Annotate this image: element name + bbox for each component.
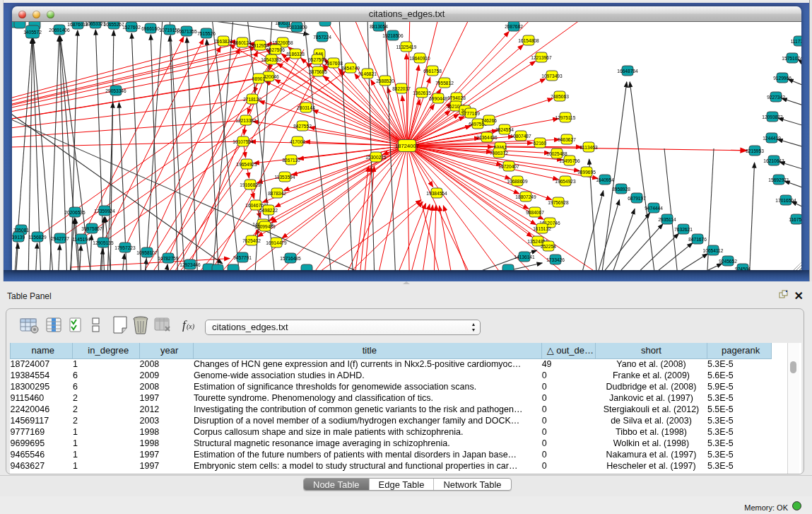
svg-text:8267110: 8267110 — [282, 158, 300, 163]
svg-text:18640910: 18640910 — [409, 56, 430, 61]
svg-text:1117744: 1117744 — [791, 39, 801, 44]
svg-text:12905135: 12905135 — [93, 240, 114, 245]
svg-text:8427552: 8427552 — [293, 124, 312, 129]
svg-text:10107554: 10107554 — [233, 139, 254, 144]
svg-text:16648784: 16648784 — [617, 69, 638, 74]
svg-text:18807249: 18807249 — [515, 194, 536, 199]
svg-text:3824554: 3824554 — [495, 127, 514, 132]
svg-text:7485063: 7485063 — [551, 94, 569, 99]
svg-text:9457791: 9457791 — [233, 255, 252, 260]
svg-text:12213382: 12213382 — [235, 118, 257, 123]
svg-text:1640954: 1640954 — [596, 177, 614, 182]
svg-text:9146821: 9146821 — [358, 71, 377, 76]
svg-text:8958928: 8958928 — [612, 187, 630, 192]
svg-text:9245652: 9245652 — [719, 259, 737, 264]
svg-text:19654923: 19654923 — [236, 162, 257, 167]
svg-text:16154808: 16154808 — [518, 38, 539, 43]
svg-text:6966160: 6966160 — [141, 26, 160, 31]
svg-text:15692971: 15692971 — [768, 177, 789, 182]
svg-text:19756928: 19756928 — [548, 200, 569, 205]
svg-text:10807487: 10807487 — [510, 134, 531, 139]
svg-text:10025488: 10025488 — [546, 151, 567, 156]
svg-text:(x): (x) — [187, 322, 195, 331]
svg-text:335081: 335081 — [13, 228, 29, 233]
svg-text:8813054: 8813054 — [370, 24, 388, 29]
svg-text:1145194: 1145194 — [72, 237, 90, 242]
svg-text:12923446: 12923446 — [180, 262, 201, 267]
svg-text:2588520: 2588520 — [376, 78, 394, 83]
svg-text:2718120: 2718120 — [243, 97, 261, 102]
svg-text:39139: 39139 — [12, 235, 25, 240]
svg-text:8113463: 8113463 — [579, 145, 598, 150]
svg-text:9129966: 9129966 — [773, 76, 792, 81]
svg-text:9777169: 9777169 — [461, 111, 480, 116]
svg-text:11353594: 11353594 — [275, 175, 295, 180]
svg-text:15720407: 15720407 — [498, 164, 519, 169]
svg-text:9884067: 9884067 — [526, 210, 544, 215]
svg-text:10973493: 10973493 — [541, 74, 563, 78]
svg-text:6961758: 6961758 — [423, 69, 442, 74]
svg-text:10655267: 10655267 — [103, 22, 124, 27]
svg-text:98901: 98901 — [252, 76, 266, 81]
svg-text:6990448: 6990448 — [429, 96, 447, 101]
svg-text:746266: 746266 — [481, 118, 497, 123]
svg-text:15226058: 15226058 — [272, 40, 293, 45]
svg-text:8186328: 8186328 — [286, 52, 305, 57]
svg-text:1244419: 1244419 — [763, 136, 781, 141]
svg-text:2935114: 2935114 — [658, 217, 676, 222]
svg-text:7663822: 7663822 — [214, 39, 233, 44]
svg-text:10654112: 10654112 — [703, 248, 724, 253]
svg-text:7625402: 7625402 — [242, 238, 261, 243]
svg-text:16210643: 16210643 — [763, 158, 784, 163]
svg-text:2803144: 2803144 — [297, 105, 315, 110]
svg-text:116753: 116753 — [789, 217, 801, 222]
svg-text:12975115: 12975115 — [555, 115, 576, 120]
svg-text:1733426: 1733426 — [546, 257, 565, 262]
svg-text:252254: 252254 — [541, 244, 556, 249]
svg-text:16543382: 16543382 — [261, 57, 282, 62]
svg-text:19654923: 19654923 — [555, 179, 576, 184]
svg-text:14099489: 14099489 — [254, 224, 276, 229]
svg-text:18724007: 18724007 — [395, 143, 419, 149]
svg-text:9899695: 9899695 — [577, 170, 596, 175]
svg-text:7632621: 7632621 — [674, 227, 693, 232]
svg-text:15300215: 15300215 — [365, 155, 387, 160]
svg-text:1156829: 1156829 — [28, 235, 47, 240]
svg-text:20206535: 20206535 — [64, 210, 86, 215]
svg-text:14136141: 14136141 — [514, 255, 535, 259]
svg-text:19384554: 19384554 — [426, 191, 447, 196]
svg-text:2942737: 2942737 — [51, 236, 69, 241]
svg-text:7955812: 7955812 — [435, 81, 454, 86]
svg-text:7515526: 7515526 — [197, 31, 216, 36]
svg-text:1615132: 1615132 — [533, 226, 551, 231]
svg-text:9227342: 9227342 — [767, 95, 785, 100]
svg-text:16914479: 16914479 — [266, 240, 287, 245]
svg-text:5498222: 5498222 — [259, 208, 278, 213]
svg-text:17016504: 17016504 — [775, 198, 796, 203]
svg-text:17359924: 17359924 — [94, 209, 115, 214]
svg-text:3875685: 3875685 — [309, 69, 327, 74]
svg-text:10671355: 10671355 — [176, 29, 197, 34]
svg-text:9527506: 9527506 — [266, 47, 285, 52]
svg-text:8471676: 8471676 — [688, 237, 707, 242]
svg-text:2367608: 2367608 — [324, 61, 343, 66]
svg-text:15716485: 15716485 — [280, 256, 301, 261]
svg-text:17957223: 17957223 — [114, 245, 136, 250]
svg-text:8215953: 8215953 — [746, 148, 764, 153]
svg-text:924504: 924504 — [735, 267, 751, 271]
svg-text:20691406: 20691406 — [49, 28, 70, 33]
svg-text:39975867: 39975867 — [81, 226, 102, 231]
svg-text:1527602: 1527602 — [122, 25, 141, 30]
svg-text:1405572: 1405572 — [23, 30, 42, 35]
svg-text:8454749: 8454749 — [341, 66, 360, 71]
svg-text:8822037: 8822037 — [392, 86, 411, 91]
svg-text:2087682: 2087682 — [505, 24, 523, 29]
svg-text:10688609: 10688609 — [507, 179, 528, 184]
svg-text:417004: 417004 — [290, 139, 305, 144]
svg-text:7986372: 7986372 — [490, 151, 508, 156]
svg-text:12093872: 12093872 — [762, 115, 783, 119]
svg-text:6794028: 6794028 — [447, 95, 466, 100]
svg-text:15751074: 15751074 — [782, 56, 801, 61]
svg-text:16033809: 16033809 — [286, 25, 307, 30]
svg-text:6879197: 6879197 — [628, 196, 646, 201]
